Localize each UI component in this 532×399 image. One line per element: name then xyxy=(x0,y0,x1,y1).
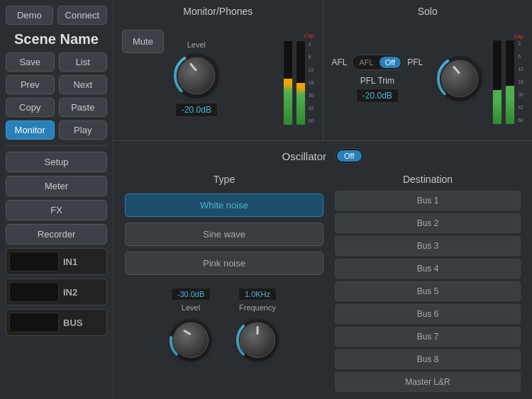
oscillator-title: Oscillator xyxy=(282,150,327,162)
solo-db-60: 60 xyxy=(518,118,523,123)
type-white-noise-button[interactable]: White noise xyxy=(125,193,323,217)
solo-meter-right xyxy=(505,40,515,125)
osc-level-value: -30.0dB xyxy=(171,288,211,300)
monitor-level-fill-right xyxy=(297,83,305,125)
connect-button[interactable]: Connect xyxy=(57,6,107,25)
solo-meter-left xyxy=(492,40,502,125)
meter-button[interactable]: Meter xyxy=(6,176,107,196)
in2-meter xyxy=(9,282,59,302)
save-button[interactable]: Save xyxy=(6,52,55,72)
osc-level-control: -30.0dB Level xyxy=(168,288,214,363)
monitor-phones-panel: Monitor/Phones Mute Level xyxy=(113,0,323,140)
in2-label: IN2 xyxy=(63,287,77,298)
solo-knob-indicator xyxy=(453,65,460,74)
monitor-knob-indicator xyxy=(189,62,197,72)
solo-db-18: 18 xyxy=(518,79,523,84)
db-label-18: 18 xyxy=(309,80,314,85)
db-label-60: 60 xyxy=(309,118,314,123)
monitor-clip-l: Clip xyxy=(304,33,314,39)
dest-bus1-button[interactable]: Bus 1 xyxy=(335,191,521,210)
recorder-button[interactable]: Recorder xyxy=(6,224,107,245)
type-sine-wave-button[interactable]: Sine wave xyxy=(125,223,323,246)
osc-level-knob[interactable] xyxy=(168,317,214,363)
dest-bus2-button[interactable]: Bus 2 xyxy=(335,213,521,233)
osc-freq-knob[interactable] xyxy=(235,317,280,363)
solo-title: Solo xyxy=(332,6,524,17)
in1-row: IN1 xyxy=(6,248,107,275)
oscillator-off-btn[interactable]: Off xyxy=(337,150,361,162)
dest-master-lr-button[interactable]: Master L&R xyxy=(335,372,521,392)
solo-knob[interactable] xyxy=(436,55,484,103)
db-label-2: 2 xyxy=(309,42,314,47)
monitor-meter-left xyxy=(283,40,293,125)
solo-db-30: 30 xyxy=(518,92,523,97)
monitor-level-value: -20.0dB xyxy=(175,103,218,117)
dest-bus6-button[interactable]: Bus 6 xyxy=(335,304,521,324)
copy-paste-row: Copy Paste xyxy=(6,98,107,117)
monitor-knob[interactable] xyxy=(172,52,221,100)
solo-inner: AFL AFL Off PFL PFL Trim -20.0dB xyxy=(332,23,524,135)
demo-button[interactable]: Demo xyxy=(6,6,53,25)
solo-fill-left xyxy=(493,90,501,123)
solo-panel: Solo AFL AFL Off PFL xyxy=(323,0,533,140)
db-labels: 2 6 12 18 30 42 60 xyxy=(309,40,314,125)
afl-label: AFL xyxy=(332,57,348,67)
monitor-level-label: Level xyxy=(187,40,206,49)
type-title: Type xyxy=(125,174,323,185)
oscillator-left: Type White noise Sine wave Pink noise xyxy=(125,174,323,392)
osc-freq-knob-indicator xyxy=(257,326,259,335)
setup-button[interactable]: Setup xyxy=(6,152,107,172)
solo-db-12: 12 xyxy=(518,67,523,72)
solo-knob-body xyxy=(441,60,478,97)
solo-meters-container: Clip 2 6 12 xyxy=(492,33,523,125)
paste-button[interactable]: Paste xyxy=(59,98,108,117)
monitor-play-row: Monitor Play xyxy=(6,120,107,140)
play-button[interactable]: Play xyxy=(59,120,108,140)
dest-bus7-button[interactable]: Bus 7 xyxy=(335,327,521,347)
bus-row: BUS xyxy=(6,309,107,336)
monitor-level-knob-section: Level -20.0dB xyxy=(172,40,221,117)
bus-meter xyxy=(9,313,59,332)
db-label-12: 12 xyxy=(309,67,314,72)
monitor-level-fill-left xyxy=(284,79,292,125)
fx-button[interactable]: FX xyxy=(6,200,107,220)
pfl-label: PFL xyxy=(407,57,423,67)
destination-panel: Destination Bus 1 Bus 2 Bus 3 Bus 4 Bus … xyxy=(335,174,521,392)
monitor-button[interactable]: Monitor xyxy=(6,120,55,140)
oscillator-controls: -30.0dB Level xyxy=(125,288,323,363)
list-button[interactable]: List xyxy=(59,52,108,72)
dest-bus8-button[interactable]: Bus 8 xyxy=(335,349,521,369)
monitor-meter-right xyxy=(296,40,306,125)
oscillator-body: Type White noise Sine wave Pink noise xyxy=(125,174,521,392)
in1-meter xyxy=(9,252,59,271)
monitor-knob-body xyxy=(178,57,215,94)
dest-bus5-button[interactable]: Bus 5 xyxy=(335,281,521,301)
pfl-trim-label: PFL Trim xyxy=(360,76,394,86)
osc-freq-knob-body xyxy=(240,322,275,358)
in1-label: IN1 xyxy=(63,257,77,267)
top-panels: Monitor/Phones Mute Level xyxy=(113,0,532,141)
toggle-off[interactable]: Off xyxy=(379,57,401,68)
toggle-afl[interactable]: AFL xyxy=(354,57,379,68)
solo-left: AFL AFL Off PFL PFL Trim -20.0dB xyxy=(332,55,423,103)
solo-db-42: 42 xyxy=(518,105,523,110)
afl-pfl-toggle[interactable]: AFL Off xyxy=(352,55,404,70)
monitor-meter-bars: 2 6 12 18 30 42 60 xyxy=(283,40,314,125)
destination-title: Destination xyxy=(335,174,521,185)
top-buttons-row: Demo Connect xyxy=(6,6,107,25)
type-pink-noise-button[interactable]: Pink noise xyxy=(125,252,323,275)
dest-bus3-button[interactable]: Bus 3 xyxy=(335,236,521,256)
mute-button[interactable]: Mute xyxy=(122,30,164,53)
dest-bus4-button[interactable]: Bus 4 xyxy=(335,259,521,279)
db-label-30: 30 xyxy=(309,93,314,98)
in2-row: IN2 xyxy=(6,279,107,305)
monitor-meter-left-bar xyxy=(283,40,293,125)
oscillator-header: Oscillator Off xyxy=(125,148,521,164)
monitor-meters: Clip xyxy=(304,33,314,40)
osc-freq-label: Frequency xyxy=(239,303,276,312)
next-button[interactable]: Next xyxy=(59,75,108,94)
copy-button[interactable]: Copy xyxy=(6,98,55,117)
oscillator-toggle[interactable]: Off xyxy=(335,148,363,164)
osc-freq-value: 1.0KHz xyxy=(238,288,277,300)
prev-button[interactable]: Prev xyxy=(6,75,55,94)
